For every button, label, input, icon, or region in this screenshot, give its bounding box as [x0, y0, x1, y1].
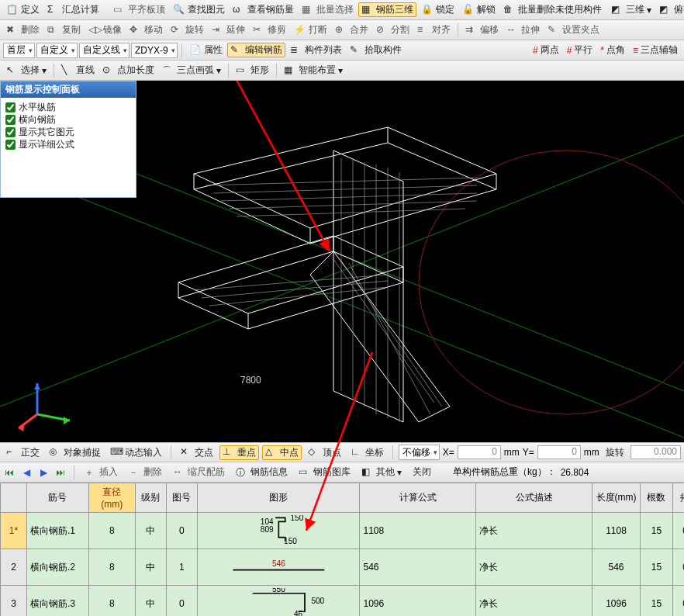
- cell[interactable]: 150104809150: [197, 513, 360, 549]
- cell[interactable]: 0: [672, 513, 684, 549]
- view3d-button[interactable]: ◩三维▾: [608, 2, 655, 17]
- find-button[interactable]: 🔍查找图元: [170, 2, 228, 17]
- unlock-button[interactable]: 🔓解锁: [459, 2, 499, 17]
- table-row[interactable]: 3横向钢筋.38中0550500461096净长1096150: [1, 586, 685, 617]
- custom-dropdown[interactable]: 自定义▾: [36, 43, 78, 58]
- define-button[interactable]: 📋定义: [3, 2, 43, 17]
- cell[interactable]: 0: [166, 513, 197, 549]
- align-button[interactable]: ≡对齐: [414, 22, 454, 37]
- customline-dropdown[interactable]: 自定义线▾: [79, 43, 130, 58]
- col-3[interactable]: 级别: [135, 483, 166, 513]
- twopoint-button[interactable]: #两点: [530, 43, 562, 57]
- col-1[interactable]: 筋号: [26, 483, 88, 513]
- col-9[interactable]: 根数: [641, 483, 673, 513]
- cell[interactable]: 横向钢筋.3: [26, 586, 88, 617]
- addlen-button[interactable]: ⊙点加长度: [99, 63, 157, 78]
- delete-button[interactable]: ✖删除: [3, 22, 43, 37]
- prev-button[interactable]: ◀: [20, 466, 33, 479]
- col-2[interactable]: 直径(mm): [88, 483, 135, 513]
- chk-showother[interactable]: 显示其它图元: [5, 126, 131, 138]
- col-10[interactable]: 搭: [672, 483, 684, 513]
- rebar3d-button[interactable]: ▦钢筋三维: [358, 2, 416, 17]
- col-4[interactable]: 图号: [166, 483, 197, 513]
- cell[interactable]: 15: [641, 513, 673, 549]
- persp-button[interactable]: ◩俯视▾: [656, 2, 684, 17]
- cell[interactable]: 横向钢筋.1: [26, 513, 88, 549]
- mirror-button[interactable]: ◁▷镜像: [85, 22, 125, 37]
- split-button[interactable]: ⊘分割: [373, 22, 413, 37]
- dyninput-toggle[interactable]: ⌨动态输入: [107, 445, 165, 460]
- last-button[interactable]: ⏭: [54, 466, 67, 479]
- editrebar-button[interactable]: ✎编辑钢筋: [227, 43, 285, 57]
- rot-input[interactable]: 0.000: [630, 445, 681, 459]
- cell[interactable]: 中: [135, 513, 166, 549]
- cell[interactable]: 1*: [1, 513, 27, 549]
- cell[interactable]: 1096: [360, 586, 476, 617]
- chk-horizontal[interactable]: 水平纵筋: [5, 101, 131, 113]
- osnap-toggle[interactable]: ◎对象捕捉: [46, 445, 104, 460]
- cell[interactable]: 3: [1, 586, 27, 617]
- line-button[interactable]: ╲直线: [58, 63, 98, 78]
- batchsel-button[interactable]: ▦批量选择: [299, 2, 357, 17]
- rotlbl[interactable]: 旋转: [603, 445, 627, 460]
- cell[interactable]: 15: [641, 549, 673, 586]
- first-button[interactable]: ⏮: [3, 466, 16, 479]
- break-button[interactable]: ⚡打断: [291, 22, 330, 37]
- scale-button[interactable]: ↔缩尺配筋: [170, 465, 228, 479]
- copy-button[interactable]: ⧉复制: [44, 22, 84, 37]
- cell[interactable]: 0: [672, 586, 684, 617]
- cell[interactable]: 0: [166, 586, 197, 617]
- cell[interactable]: 中: [135, 586, 166, 617]
- smart-button[interactable]: ▦智能布置▾: [281, 63, 346, 78]
- ptangle-button[interactable]: *点角: [597, 43, 628, 57]
- stretch-button[interactable]: ↔拉伸: [503, 22, 543, 37]
- delete-row-button[interactable]: －删除: [126, 465, 165, 479]
- col-8[interactable]: 长度(mm): [592, 483, 641, 513]
- close-button[interactable]: 关闭: [409, 465, 434, 479]
- cell[interactable]: 8: [88, 549, 135, 586]
- batchdel-button[interactable]: 🗑批量删除未使用构件: [500, 2, 605, 17]
- rebarlib-button[interactable]: ▭钢筋图库: [295, 465, 354, 479]
- table-row[interactable]: 1*横向钢筋.18中01501048091501108净长1108150: [1, 513, 685, 549]
- merge-button[interactable]: ⊕合并: [332, 22, 371, 37]
- rotate-button[interactable]: ⟳旋转: [168, 22, 207, 37]
- trim-button[interactable]: ✂修剪: [250, 22, 289, 37]
- vertex-snap[interactable]: ◇顶点: [305, 445, 344, 460]
- cell[interactable]: 中: [135, 549, 166, 586]
- extend-button[interactable]: ⇥延伸: [209, 22, 248, 37]
- chk-transverse[interactable]: 横向钢筋: [5, 113, 131, 126]
- table-row[interactable]: 2横向钢筋.28中1546546净长546150: [1, 549, 685, 586]
- cell[interactable]: 546: [197, 549, 360, 586]
- cell[interactable]: 15: [641, 586, 673, 617]
- ortho-toggle[interactable]: ⌐正交: [3, 445, 43, 460]
- x-input[interactable]: 0: [458, 445, 501, 459]
- threeaux-button[interactable]: ≡三点辅轴: [630, 43, 681, 57]
- cell[interactable]: 8: [88, 513, 135, 549]
- col-6[interactable]: 计算公式: [360, 483, 476, 513]
- mid-snap[interactable]: △中点: [262, 445, 302, 460]
- cell[interactable]: 1108: [360, 513, 476, 549]
- pickcomp-button[interactable]: ✎拾取构件: [347, 43, 405, 57]
- other-button[interactable]: ◧其他▾: [358, 465, 405, 479]
- sum-button[interactable]: Σ汇总计算: [44, 2, 102, 17]
- cell[interactable]: 2: [1, 549, 27, 586]
- viewport-3d[interactable]: 7800 钢筋显示控制面板 水平纵筋 横向钢筋 显示其它图元 显示详细公式: [0, 81, 684, 442]
- offset-dropdown[interactable]: 不偏移▾: [399, 445, 440, 460]
- chk-showdetail[interactable]: 显示详细公式: [5, 138, 131, 151]
- flat-button[interactable]: ▭平齐板顶: [110, 2, 168, 17]
- cell[interactable]: 净长: [476, 549, 592, 586]
- cell[interactable]: 546: [360, 549, 476, 586]
- floor-dropdown[interactable]: 首层▾: [3, 43, 35, 58]
- cell[interactable]: 净长: [476, 586, 592, 617]
- complist-button[interactable]: ≣构件列表: [287, 43, 345, 57]
- rebarinfo-button[interactable]: ⓘ钢筋信息: [233, 465, 291, 479]
- lock-button[interactable]: 🔒锁定: [418, 2, 458, 17]
- coord-snap[interactable]: ∟坐标: [347, 445, 387, 460]
- col-0[interactable]: [1, 483, 27, 513]
- parallel-button[interactable]: #平行: [564, 43, 596, 57]
- insert-button[interactable]: ＋插入: [81, 465, 121, 479]
- arc3-button[interactable]: ⌒三点画弧▾: [159, 63, 224, 78]
- select-button[interactable]: ↖选择▾: [3, 63, 50, 78]
- cell[interactable]: 1096: [592, 586, 641, 617]
- rebarqty-button[interactable]: ω查看钢筋量: [230, 2, 297, 17]
